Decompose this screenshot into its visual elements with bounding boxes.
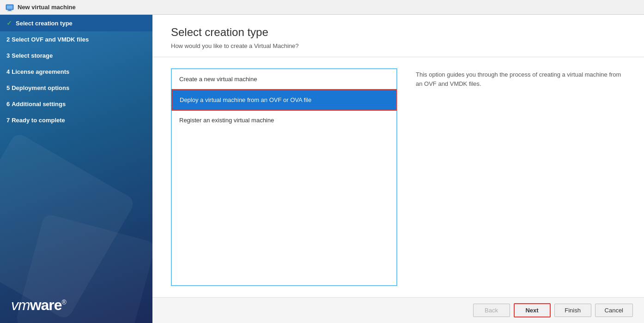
item-number: 6 — [6, 101, 10, 108]
sidebar-item-label: Select creation type — [16, 20, 73, 27]
sidebar-item-additional-settings[interactable]: 6 Additional settings — [0, 96, 152, 112]
sidebar-item-label: License agreements — [12, 68, 69, 75]
content-area: Select creation type How would you like … — [152, 15, 644, 323]
check-icon: ✓ — [6, 19, 12, 27]
cancel-button[interactable]: Cancel — [595, 304, 633, 317]
sidebar: ✓Select creation type2 Select OVF and VM… — [0, 15, 152, 323]
sidebar-item-label: Select storage — [12, 52, 53, 59]
back-button[interactable]: Back — [473, 304, 510, 317]
options-list: Create a new virtual machineDeploy a vir… — [171, 68, 397, 286]
sidebar-item-select-storage[interactable]: 3 Select storage — [0, 48, 152, 64]
item-number: 2 — [6, 36, 10, 43]
sidebar-item-license-agreements[interactable]: 4 License agreements — [0, 64, 152, 80]
item-number: 3 — [6, 52, 10, 59]
next-button[interactable]: Next — [514, 303, 551, 317]
sidebar-item-ready-to-complete[interactable]: 7 Ready to complete — [0, 112, 152, 128]
sidebar-nav: ✓Select creation type2 Select OVF and VM… — [0, 15, 152, 287]
sidebar-item-select-ovf-vmdk[interactable]: 2 Select OVF and VMDK files — [0, 31, 152, 48]
sidebar-item-deployment-options[interactable]: 5 Deployment options — [0, 80, 152, 96]
item-number: 7 — [6, 117, 10, 124]
vmware-logo-text: vmware® — [11, 297, 141, 314]
finish-button[interactable]: Finish — [554, 304, 591, 317]
svg-rect-1 — [7, 6, 12, 9]
description-panel: This option guides you through the proce… — [416, 68, 626, 286]
content-header: Select creation type How would you like … — [152, 15, 644, 57]
sidebar-item-select-creation-type[interactable]: ✓Select creation type — [0, 15, 152, 31]
page-subtitle: How would you like to create a Virtual M… — [171, 42, 626, 49]
option-deploy-ovf[interactable]: Deploy a virtual machine from an OVF or … — [171, 89, 397, 111]
item-number: 4 — [6, 68, 10, 75]
description-text: This option guides you through the proce… — [416, 70, 626, 88]
svg-rect-3 — [7, 11, 12, 11]
option-register-existing[interactable]: Register an existing virtual machine — [172, 110, 396, 130]
sidebar-logo: vmware® — [0, 287, 152, 323]
footer: Back Next Finish Cancel — [152, 297, 644, 323]
svg-rect-2 — [8, 10, 11, 11]
content-body: Create a new virtual machineDeploy a vir… — [152, 57, 644, 297]
sidebar-item-label: Additional settings — [12, 101, 66, 108]
title-bar: New virtual machine — [0, 0, 644, 15]
vm-icon — [6, 3, 14, 12]
option-create-new[interactable]: Create a new virtual machine — [172, 69, 396, 90]
window-title: New virtual machine — [18, 4, 76, 11]
page-title: Select creation type — [171, 26, 626, 39]
sidebar-item-label: Deployment options — [12, 84, 69, 91]
item-number: 5 — [6, 84, 10, 91]
sidebar-item-label: Ready to complete — [12, 117, 65, 124]
main-container: ✓Select creation type2 Select OVF and VM… — [0, 15, 644, 323]
sidebar-item-label: Select OVF and VMDK files — [12, 36, 89, 43]
